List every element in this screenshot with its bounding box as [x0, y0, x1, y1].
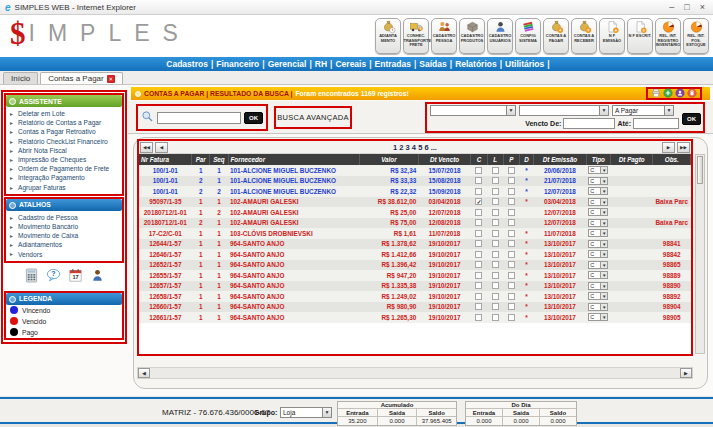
column-header-l[interactable]: L: [487, 154, 503, 165]
c-checkbox[interactable]: [475, 314, 482, 321]
toolbar-button-cadastro-produtos[interactable]: CADASTRO PRODUTOS: [459, 18, 485, 54]
c-checkbox[interactable]: [475, 272, 482, 279]
p-checkbox[interactable]: [508, 314, 515, 321]
cell-nr-fatura[interactable]: 12646/1-57: [139, 249, 192, 260]
search-input[interactable]: [157, 112, 241, 124]
vertical-scrollbar[interactable]: [695, 154, 705, 354]
cell-nr-fatura[interactable]: 20180712/1-01: [139, 218, 192, 229]
l-checkbox[interactable]: [492, 272, 499, 279]
tab-close-icon[interactable]: ✕: [107, 75, 115, 83]
vencto-de-input[interactable]: [563, 118, 615, 129]
c-checkbox[interactable]: [475, 303, 482, 310]
tipo-select[interactable]: C▼: [588, 292, 608, 300]
column-header-d[interactable]: D: [519, 154, 533, 165]
cell-nr-fatura[interactable]: 95097/1-35: [139, 197, 192, 208]
table-row[interactable]: 100/1-0111101-ALCIONE MIGUEL BUCZENKOR$ …: [139, 165, 691, 176]
tipo-select[interactable]: C▼: [588, 219, 608, 227]
column-header-fornecedor[interactable]: Fornecedor: [228, 154, 360, 165]
tipo-select[interactable]: C▼: [588, 208, 608, 216]
scroll-left-button[interactable]: ◀: [138, 368, 150, 378]
p-checkbox[interactable]: [508, 198, 515, 205]
tipo-select[interactable]: C▼: [588, 271, 608, 279]
c-checkbox[interactable]: ✓: [475, 198, 482, 205]
c-checkbox[interactable]: [475, 251, 482, 258]
column-header-dt-vencto[interactable]: Dt Vencto: [418, 154, 471, 165]
cell-nr-fatura[interactable]: 100/1-01: [139, 176, 192, 187]
page-numbers[interactable]: 1 2 3 4 5 6 ...: [170, 143, 660, 152]
cell-nr-fatura[interactable]: 12657/1-57: [139, 281, 192, 292]
p-checkbox[interactable]: [508, 293, 515, 300]
column-header-valor[interactable]: Valor: [360, 154, 419, 165]
tipo-select[interactable]: C▼: [588, 250, 608, 258]
l-checkbox[interactable]: [492, 219, 499, 226]
toolbar-button-config-sistema[interactable]: CONFIG SISTEMA: [515, 18, 541, 54]
menu-item-rh[interactable]: RH: [312, 59, 330, 69]
cell-nr-fatura[interactable]: 12661/1-57: [139, 312, 192, 323]
p-checkbox[interactable]: [508, 303, 515, 310]
column-header-obs[interactable]: Obs.: [653, 154, 691, 165]
c-checkbox[interactable]: [475, 188, 482, 195]
toolbar-button-adianta-mento[interactable]: ADIANTA MENTO: [375, 18, 401, 54]
user-circle-icon[interactable]: [675, 88, 685, 99]
next-page-button[interactable]: ▶: [662, 142, 675, 153]
c-checkbox[interactable]: [475, 177, 482, 184]
sidebar-item-agrupar-faturas[interactable]: Agrupar Faturas: [10, 183, 121, 192]
sidebar-item-impress-o-de-cheques[interactable]: Impressão de Cheques: [10, 155, 121, 164]
tipo-select[interactable]: C▼: [588, 282, 608, 290]
table-row[interactable]: 100/1-0122101-ALCIONE MIGUEL BUCZENKOR$ …: [139, 186, 691, 197]
c-checkbox[interactable]: [475, 209, 482, 216]
column-header-tipo[interactable]: Tipo: [586, 154, 610, 165]
l-checkbox[interactable]: [492, 282, 499, 289]
c-checkbox[interactable]: [475, 293, 482, 300]
cell-nr-fatura[interactable]: 12644/1-57: [139, 239, 192, 250]
sidebar-item-abrir-nota-fiscal[interactable]: Abrir Nota Fiscal: [10, 146, 121, 155]
tipo-select[interactable]: C▼: [588, 177, 608, 185]
l-checkbox[interactable]: [492, 230, 499, 237]
add-icon[interactable]: [663, 88, 673, 99]
table-row[interactable]: 12646/1-5711964-SANTO ANJOR$ 1.412,6619/…: [139, 249, 691, 260]
filters-ok-button[interactable]: OK: [682, 113, 701, 125]
menu-item-financeiro[interactable]: Financeiro: [213, 59, 262, 69]
minimize-button[interactable]: –: [669, 2, 674, 12]
close-button[interactable]: ×: [700, 2, 705, 12]
c-checkbox[interactable]: [475, 261, 482, 268]
toolbar-button-cadastro-pessoa[interactable]: CADASTRO PESSOA: [431, 18, 457, 54]
tipo-select[interactable]: C▼: [588, 303, 608, 311]
toolbar-button-rel-int-pos-estoque[interactable]: REL. INT. POS. ESTOQUE: [683, 18, 709, 54]
p-checkbox[interactable]: [508, 167, 515, 174]
table-row[interactable]: 12661/1-5711964-SANTO ANJOR$ 1.265,3019/…: [139, 312, 691, 323]
prev-page-button[interactable]: ◀: [155, 142, 168, 153]
tipo-select[interactable]: C▼: [588, 313, 608, 321]
print-icon[interactable]: [651, 88, 661, 99]
delete-icon[interactable]: [687, 88, 697, 99]
filter-select-1[interactable]: ▼: [430, 105, 516, 116]
table-row[interactable]: 12652/1-5711964-SANTO ANJOR$ 1.396,4219/…: [139, 260, 691, 271]
l-checkbox[interactable]: [492, 251, 499, 258]
sidebar-item-relat-rio-de-contas-a-pagar[interactable]: Relatório de Contas a Pagar: [10, 118, 121, 127]
toolbar-button-n-f-emiss-o[interactable]: N F EMISSÃO: [599, 18, 625, 54]
cell-nr-fatura[interactable]: 12658/1-57: [139, 291, 192, 302]
advanced-search-link[interactable]: BUSCA AVANÇADA: [274, 106, 352, 129]
sidebar-item-ordem-de-pagamento-de-frete[interactable]: Ordem de Pagamento de Frete: [10, 164, 121, 173]
search-ok-button[interactable]: OK: [244, 112, 263, 124]
menu-item-utilit-rios[interactable]: Utilitários: [502, 59, 547, 69]
p-checkbox[interactable]: [508, 240, 515, 247]
c-checkbox[interactable]: [475, 240, 482, 247]
scroll-right-button[interactable]: ▶: [680, 368, 692, 378]
column-header-dt-emiss-o[interactable]: Dt Emissão: [534, 154, 587, 165]
toolbar-button-rel-int-registro-invent-rio[interactable]: REL. INT. REGISTRO INVENTÁRIO: [655, 18, 681, 54]
sidebar-item-integra-o-pagamento[interactable]: Integração Pagamento: [10, 173, 121, 182]
p-checkbox[interactable]: [508, 177, 515, 184]
sidebar-item-contas-a-pagar-retroativo[interactable]: Contas a Pagar Retroativo: [10, 127, 121, 136]
sidebar-item-relat-rio-checklist-financeiro[interactable]: Relatório CheckList Financeiro: [10, 137, 121, 146]
p-checkbox[interactable]: [508, 188, 515, 195]
tipo-select[interactable]: C▼: [588, 198, 608, 206]
table-row[interactable]: 12660/1-5711964-SANTO ANJOR$ 980,9019/10…: [139, 302, 691, 313]
tipo-select[interactable]: C▼: [588, 240, 608, 248]
column-header-par[interactable]: Par: [192, 154, 210, 165]
column-header-c[interactable]: C: [471, 154, 487, 165]
l-checkbox[interactable]: [492, 209, 499, 216]
l-checkbox[interactable]: [492, 167, 499, 174]
p-checkbox[interactable]: [508, 251, 515, 258]
tab-in-cio[interactable]: Início: [3, 72, 38, 84]
